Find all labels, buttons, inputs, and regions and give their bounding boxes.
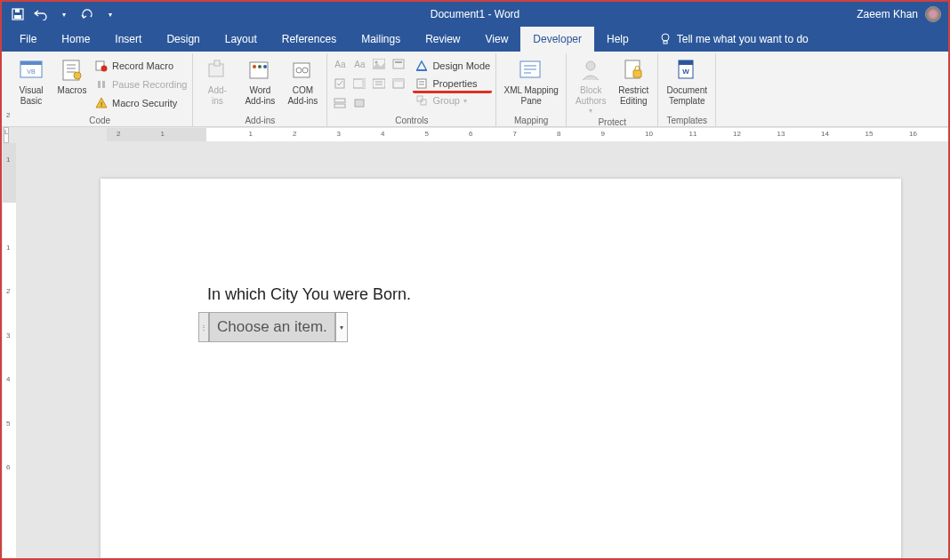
document-template-button[interactable]: W Document Template xyxy=(662,55,712,108)
svg-point-9 xyxy=(74,72,81,79)
save-icon[interactable] xyxy=(11,7,25,21)
svg-point-18 xyxy=(253,65,256,68)
svg-rect-30 xyxy=(362,79,366,88)
macro-security-button[interactable]: ! Macro Security xyxy=(93,94,189,112)
tab-insert[interactable]: Insert xyxy=(102,27,154,52)
group-controls-label: Controls xyxy=(331,116,492,126)
svg-point-3 xyxy=(662,34,669,41)
date-picker-control-icon[interactable] xyxy=(390,75,407,92)
svg-rect-35 xyxy=(334,104,345,108)
svg-point-42 xyxy=(586,61,595,70)
title-bar: ▾ ▾ Document1 - Word Zaeem Khan xyxy=(2,2,948,27)
user-avatar[interactable] xyxy=(925,6,941,22)
group-templates: W Document Template Templates xyxy=(658,53,716,126)
xml-mapping-button[interactable]: XML Mapping Pane xyxy=(500,55,562,108)
svg-rect-17 xyxy=(250,62,268,78)
restrict-editing-icon xyxy=(620,57,647,84)
user-name[interactable]: Zaeem Khan xyxy=(857,8,918,20)
undo-icon[interactable] xyxy=(34,7,48,21)
macros-icon xyxy=(59,57,85,84)
pause-icon xyxy=(94,77,109,92)
record-macro-button[interactable]: Record Macro xyxy=(93,57,189,75)
properties-icon xyxy=(415,76,429,91)
svg-rect-46 xyxy=(679,60,693,65)
page[interactable]: In which City You were Born. ⋮ Choose an… xyxy=(101,179,901,560)
svg-rect-26 xyxy=(393,60,404,68)
rich-text-control-icon[interactable]: Aa xyxy=(331,55,349,73)
word-addins-button[interactable]: Word Add-ins xyxy=(239,55,280,108)
tell-me-label: Tell me what you want to do xyxy=(677,33,809,45)
redo-icon[interactable] xyxy=(80,7,94,21)
dropdown-placeholder[interactable]: Choose an item. xyxy=(209,312,335,342)
ruler-corner[interactable]: L xyxy=(4,127,9,143)
qat-customize-icon[interactable]: ▾ xyxy=(103,7,117,21)
tab-review[interactable]: Review xyxy=(413,27,472,52)
group-mapping: XML Mapping Pane Mapping xyxy=(496,53,567,126)
checkbox-control-icon[interactable] xyxy=(331,75,349,92)
visual-basic-icon: VB xyxy=(18,57,44,84)
lightbulb-icon xyxy=(659,33,672,45)
horizontal-ruler[interactable]: 211234567891011121314151617 xyxy=(107,128,948,141)
building-block-control-icon[interactable] xyxy=(390,55,407,73)
tab-references[interactable]: References xyxy=(270,27,349,52)
tab-help[interactable]: Help xyxy=(594,27,641,52)
restrict-editing-button[interactable]: Restrict Editing xyxy=(613,55,654,108)
window-title: Document1 - Word xyxy=(431,8,519,20)
pause-recording-button: Pause Recording xyxy=(93,76,189,93)
question-text[interactable]: In which City You were Born. xyxy=(207,285,411,304)
svg-rect-37 xyxy=(416,69,427,71)
com-addins-button[interactable]: COM Add-ins xyxy=(282,55,323,108)
dropdown-arrow-icon[interactable]: ▾ xyxy=(335,312,348,342)
vertical-ruler[interactable]: 21123456 xyxy=(3,143,16,558)
tab-view[interactable]: View xyxy=(473,27,521,52)
svg-rect-4 xyxy=(664,41,667,44)
svg-text:VB: VB xyxy=(27,68,36,75)
design-mode-button[interactable]: Design Mode xyxy=(413,57,492,75)
tab-home[interactable]: Home xyxy=(49,27,102,52)
group-icon xyxy=(415,93,429,108)
svg-rect-1 xyxy=(14,15,21,19)
chevron-down-icon: ▾ xyxy=(463,97,467,105)
combo-box-control-icon[interactable] xyxy=(350,75,368,92)
record-macro-icon xyxy=(94,59,109,73)
tab-developer[interactable]: Developer xyxy=(520,27,594,52)
addins-button: Add- ins xyxy=(197,55,238,108)
tab-mailings[interactable]: Mailings xyxy=(349,27,413,52)
group-protect: Block Authors ▾ Restrict Editing Protect xyxy=(567,53,658,126)
svg-rect-40 xyxy=(421,100,426,105)
dropdown-list-control-icon[interactable] xyxy=(370,75,388,92)
controls-gallery: Aa Aa xyxy=(331,55,407,112)
plain-text-control-icon[interactable]: Aa xyxy=(350,55,368,73)
tab-file[interactable]: File xyxy=(7,27,49,52)
macros-button[interactable]: Macros xyxy=(53,55,91,98)
properties-button[interactable]: Properties xyxy=(413,76,492,93)
ruler-area: L 211234567891011121314151617 xyxy=(2,127,948,143)
content-control-handle-icon[interactable]: ⋮ xyxy=(198,312,209,342)
word-addins-icon xyxy=(246,57,273,84)
picture-control-icon[interactable] xyxy=(370,55,388,73)
svg-rect-31 xyxy=(373,79,385,88)
svg-rect-38 xyxy=(417,79,426,88)
visual-basic-button[interactable]: VB Visual Basic xyxy=(11,55,52,108)
design-mode-icon xyxy=(415,59,429,73)
tab-layout[interactable]: Layout xyxy=(213,27,270,52)
block-authors-button: Block Authors ▾ xyxy=(570,55,611,117)
group-button: Group ▾ xyxy=(413,92,492,109)
svg-rect-16 xyxy=(214,60,220,66)
tab-design[interactable]: Design xyxy=(154,27,212,52)
content-control-dropdown[interactable]: ⋮ Choose an item. ▾ xyxy=(198,312,348,342)
svg-rect-2 xyxy=(15,9,20,12)
xml-mapping-icon xyxy=(518,57,544,84)
addins-icon xyxy=(204,57,230,84)
title-right: Zaeem Khan xyxy=(857,6,941,22)
ribbon: VB Visual Basic Macros Record Macro Paus… xyxy=(2,52,948,127)
chevron-down-icon: ▾ xyxy=(589,107,592,116)
repeating-section-control-icon[interactable] xyxy=(331,94,349,112)
group-addins-label: Add-ins xyxy=(197,116,323,126)
block-authors-icon xyxy=(577,57,604,84)
tell-me-search[interactable]: Tell me what you want to do xyxy=(641,33,809,45)
svg-point-11 xyxy=(101,66,108,72)
group-addins: Add- ins Word Add-ins COM Add-ins Add-in… xyxy=(193,53,327,126)
legacy-tools-icon[interactable] xyxy=(350,94,368,112)
undo-dropdown-icon[interactable]: ▾ xyxy=(57,7,71,21)
